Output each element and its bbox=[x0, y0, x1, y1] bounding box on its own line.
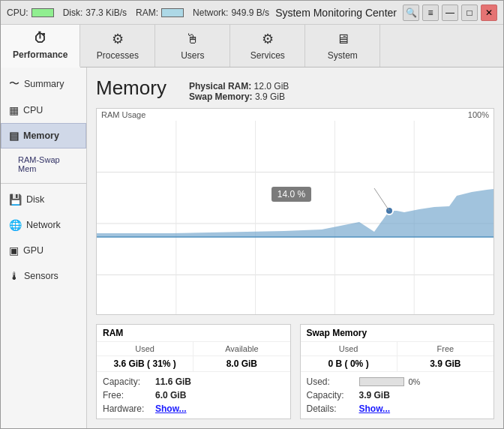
disk-value: 37.3 KiB/s bbox=[86, 8, 127, 18]
title-bar: CPU: Disk: 37.3 KiB/s RAM: Network: 949.… bbox=[1, 1, 503, 25]
tab-services[interactable]: ⚙ Services bbox=[230, 25, 305, 67]
swap-capacity-value: 3.9 GiB bbox=[359, 390, 390, 400]
ram-stat: RAM: bbox=[136, 8, 184, 18]
tab-performance[interactable]: ⏱ Performance bbox=[1, 25, 80, 68]
sidebar-item-gpu-label: GPU bbox=[23, 245, 44, 256]
title-bar-controls: 🔍 ≡ — □ ✕ bbox=[403, 4, 497, 21]
content: 〜 Summary ▦ CPU ▤ Memory RAM-Swap Mem 💾 … bbox=[1, 68, 503, 428]
sidebar-item-ram-swap-label: RAM-Swap Mem bbox=[18, 155, 78, 173]
sidebar-item-network-label: Network bbox=[26, 220, 61, 230]
sidebar-item-summary[interactable]: 〜 Summary bbox=[1, 70, 86, 98]
swap-bar-container: 0% bbox=[359, 377, 421, 386]
physical-ram-value: 12.0 GiB bbox=[254, 81, 290, 92]
chart-tooltip: 14.0 % bbox=[272, 187, 311, 202]
sidebar-item-sensors-label: Sensors bbox=[24, 271, 58, 281]
sidebar-item-memory-label: Memory bbox=[23, 130, 59, 141]
swap-free-header: Free bbox=[398, 342, 494, 356]
swap-used-detail-row: Used: 0% bbox=[307, 375, 488, 388]
memory-icon: ▤ bbox=[9, 130, 19, 142]
users-icon: 🖱 bbox=[186, 32, 200, 47]
ram-hardware-label: Hardware: bbox=[103, 404, 155, 414]
ram-free-label: Free: bbox=[103, 390, 155, 400]
network-value: 949.9 B/s bbox=[231, 8, 269, 18]
ram-hardware-show[interactable]: Show... bbox=[155, 404, 187, 414]
swap-used-detail-label: Used: bbox=[307, 376, 359, 387]
sidebar-item-disk-label: Disk bbox=[26, 194, 44, 205]
title-bar-left: CPU: Disk: 37.3 KiB/s RAM: Network: 949.… bbox=[7, 8, 269, 18]
ram-used-value: 3.6 GiB ( 31% ) bbox=[97, 356, 194, 371]
sidebar-item-sensors[interactable]: 🌡 Sensors bbox=[1, 263, 86, 289]
ram-hardware-row: Hardware: Show... bbox=[103, 402, 284, 416]
app-window: CPU: Disk: 37.3 KiB/s RAM: Network: 949.… bbox=[0, 0, 504, 429]
tab-users-label: Users bbox=[181, 50, 204, 61]
tab-processes[interactable]: ⚙ Processes bbox=[80, 25, 155, 67]
physical-ram-label: Physical RAM: bbox=[189, 81, 251, 92]
tab-services-label: Services bbox=[250, 50, 285, 61]
swap-header-row: Used Free bbox=[301, 342, 494, 356]
sidebar-item-cpu[interactable]: ▦ CPU bbox=[1, 98, 86, 123]
swap-box-title: Swap Memory bbox=[301, 325, 494, 342]
minimize-button[interactable]: — bbox=[442, 4, 458, 21]
swap-memory-info: Swap Memory: 3.9 GiB bbox=[189, 92, 289, 102]
swap-capacity-label: Capacity: bbox=[307, 390, 359, 400]
menu-button[interactable]: ≡ bbox=[422, 4, 439, 21]
swap-stat-box: Swap Memory Used Free 0 B ( 0% ) 3.9 GiB… bbox=[300, 324, 495, 419]
disk-stat: Disk: 37.3 KiB/s bbox=[63, 8, 127, 18]
ram-free-row: Free: 6.0 GiB bbox=[103, 388, 284, 402]
sidebar: 〜 Summary ▦ CPU ▤ Memory RAM-Swap Mem 💾 … bbox=[1, 68, 87, 428]
sidebar-item-gpu[interactable]: ▣ GPU bbox=[1, 238, 86, 263]
gpu-icon: ▣ bbox=[9, 244, 19, 256]
system-icon: 🖥 bbox=[336, 32, 350, 47]
tab-system[interactable]: 🖥 System bbox=[305, 25, 380, 67]
svg-line-11 bbox=[374, 188, 389, 211]
sensors-icon: 🌡 bbox=[9, 270, 20, 282]
swap-details-show[interactable]: Show... bbox=[359, 404, 391, 414]
services-icon: ⚙ bbox=[262, 31, 274, 47]
swap-details-row: Details: Show... bbox=[307, 402, 488, 416]
memory-header: Memory Physical RAM: 12.0 GiB Swap Memor… bbox=[96, 76, 494, 102]
cpu-label: CPU: bbox=[7, 8, 28, 18]
nav-tabs: ⏱ Performance ⚙ Processes 🖱 Users ⚙ Serv… bbox=[1, 25, 503, 68]
cpu-stat: CPU: bbox=[7, 8, 54, 18]
ram-available-value: 8.0 GiB bbox=[194, 356, 290, 371]
tab-performance-label: Performance bbox=[13, 50, 68, 60]
ram-usage-chart: RAM Usage 100% bbox=[96, 108, 494, 315]
network-label: Network: bbox=[193, 8, 228, 18]
disk-label: Disk: bbox=[63, 8, 83, 18]
swap-bar bbox=[359, 377, 404, 386]
ram-values-row: 3.6 GiB ( 31% ) 8.0 GiB bbox=[97, 356, 290, 372]
physical-ram-info: Physical RAM: 12.0 GiB bbox=[189, 81, 289, 92]
sidebar-item-disk[interactable]: 💾 Disk bbox=[1, 187, 86, 212]
swap-memory-value: 3.9 GiB bbox=[255, 92, 285, 102]
sidebar-item-cpu-label: CPU bbox=[23, 105, 43, 116]
swap-used-header: Used bbox=[301, 342, 398, 356]
ram-detail-rows: Capacity: 11.6 GiB Free: 6.0 GiB Hardwar… bbox=[97, 372, 290, 418]
ram-used-header: Used bbox=[97, 342, 194, 356]
app-title: System Monitoring Center bbox=[269, 7, 403, 19]
ram-capacity-label: Capacity: bbox=[103, 376, 155, 387]
chart-svg: 0 bbox=[97, 121, 494, 315]
chart-label-ram-usage: RAM Usage bbox=[101, 110, 146, 119]
swap-memory-label: Swap Memory: bbox=[189, 92, 253, 102]
chart-labels: RAM Usage 100% bbox=[97, 109, 494, 121]
tab-users[interactable]: 🖱 Users bbox=[155, 25, 230, 67]
sidebar-divider bbox=[1, 183, 86, 184]
ram-available-header: Available bbox=[194, 342, 290, 356]
sidebar-item-network[interactable]: 🌐 Network bbox=[1, 212, 86, 238]
search-button[interactable]: 🔍 bbox=[403, 4, 419, 21]
ram-indicator bbox=[161, 8, 184, 17]
close-button[interactable]: ✕ bbox=[481, 4, 497, 21]
sidebar-item-summary-label: Summary bbox=[24, 79, 64, 89]
chart-label-max: 100% bbox=[468, 110, 489, 119]
cpu-icon: ▦ bbox=[9, 104, 19, 116]
swap-capacity-row: Capacity: 3.9 GiB bbox=[307, 388, 488, 402]
disk-icon: 💾 bbox=[9, 194, 22, 206]
swap-values-row: 0 B ( 0% ) 3.9 GiB bbox=[301, 356, 494, 372]
sidebar-item-memory[interactable]: ▤ Memory bbox=[1, 123, 86, 148]
sidebar-item-ram-swap[interactable]: RAM-Swap Mem bbox=[1, 148, 86, 180]
swap-free-value: 3.9 GiB bbox=[398, 356, 494, 371]
ram-box-title: RAM bbox=[97, 325, 290, 342]
summary-icon: 〜 bbox=[9, 77, 20, 91]
maximize-button[interactable]: □ bbox=[461, 4, 478, 21]
performance-icon: ⏱ bbox=[34, 31, 47, 46]
